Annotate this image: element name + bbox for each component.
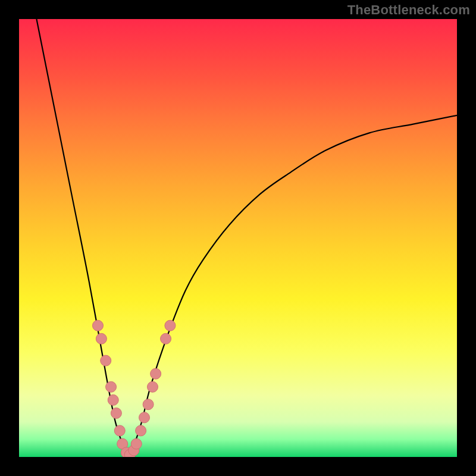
plot-area xyxy=(19,19,457,457)
marker-dot xyxy=(101,355,111,366)
marker-dot xyxy=(96,333,107,344)
marker-dot xyxy=(161,333,171,344)
chart-svg xyxy=(19,19,457,457)
marker-dot xyxy=(111,408,121,418)
marker-dot xyxy=(92,320,103,331)
watermark-text: TheBottleneck.com xyxy=(347,2,470,18)
marker-dot xyxy=(147,381,158,392)
marker-dot xyxy=(136,425,146,436)
marker-group xyxy=(92,320,175,457)
marker-dot xyxy=(165,320,176,331)
chart-frame: TheBottleneck.com xyxy=(0,0,476,476)
bottleneck-curve xyxy=(36,19,457,457)
marker-dot xyxy=(139,412,150,423)
marker-dot xyxy=(143,399,154,410)
marker-dot xyxy=(108,394,118,405)
marker-dot xyxy=(131,439,142,449)
marker-dot xyxy=(106,381,117,392)
marker-dot xyxy=(151,368,161,379)
marker-dot xyxy=(114,425,125,436)
